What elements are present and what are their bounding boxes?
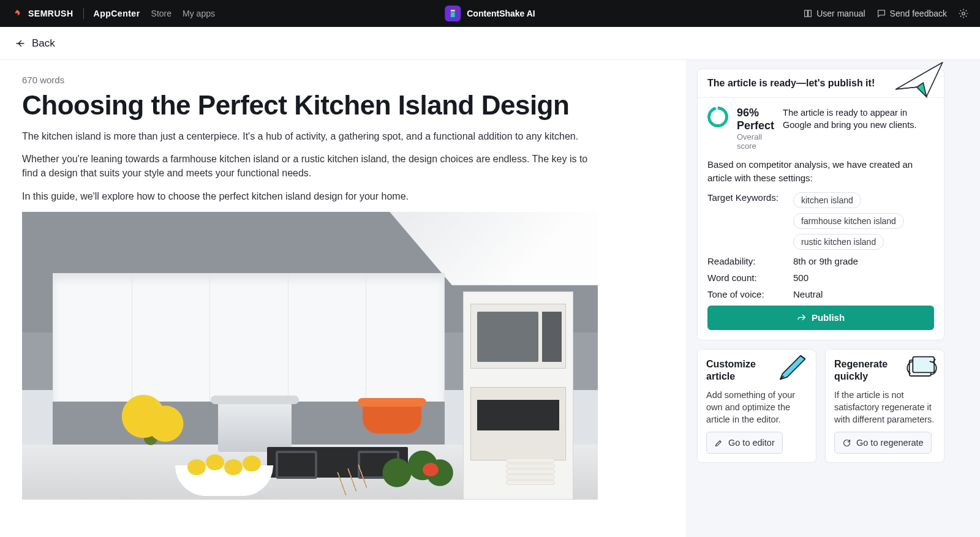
book-icon	[803, 9, 813, 18]
wordcount-value: 500	[793, 272, 809, 283]
brand-separator	[83, 8, 84, 19]
pencil-icon	[777, 355, 811, 383]
settings-icon[interactable]	[958, 8, 969, 19]
readability-label: Readability:	[707, 256, 787, 266]
brand-sub: AppCenter	[94, 9, 140, 18]
svg-point-2	[962, 12, 965, 15]
article-paragraph[interactable]: The kitchen island is more than just a c…	[22, 129, 598, 143]
user-manual-link[interactable]: User manual	[803, 9, 865, 18]
svg-point-0	[15, 13, 18, 16]
pen-icon	[714, 438, 723, 448]
feedback-icon	[876, 9, 886, 18]
send-feedback-label: Send feedback	[890, 9, 947, 18]
keyword-chip[interactable]: kitchen island	[793, 192, 861, 208]
nav-store[interactable]: Store	[151, 9, 172, 18]
back-label: Back	[32, 37, 55, 50]
svg-rect-4	[913, 356, 934, 372]
send-feedback-link[interactable]: Send feedback	[876, 9, 947, 18]
go-to-editor-button[interactable]: Go to editor	[706, 432, 783, 454]
keyword-chips: kitchen island farmhouse kitchen island …	[793, 192, 934, 250]
customize-card: Customize article Add something of your …	[697, 349, 816, 464]
back-button[interactable]: Back	[15, 37, 55, 50]
regenerate-desc: If the article is not satisfactory regen…	[834, 389, 935, 426]
refresh-icon	[842, 438, 851, 448]
score-pct: 96% Perfect	[737, 107, 774, 132]
arrow-left-icon	[15, 38, 26, 49]
ready-title: The article is ready—let's publish it!	[698, 69, 944, 98]
wordcount-label: Word count:	[707, 272, 787, 283]
wordcount: 670 words	[22, 75, 664, 85]
score-ring-icon	[707, 107, 728, 127]
regenerate-title: Regenerate quickly	[834, 358, 908, 383]
svg-rect-1	[451, 10, 455, 12]
keywords-label: Target Keywords:	[707, 192, 787, 203]
publish-label: Publish	[812, 312, 845, 323]
editor-pane: 670 words Choosing the Perfect Kitchen I…	[0, 60, 686, 537]
keyword-chip[interactable]: farmhouse kitchen island	[793, 213, 904, 229]
score-desc: The article is ready to appear in Google…	[783, 107, 934, 132]
user-manual-label: User manual	[816, 9, 865, 18]
product-badge[interactable]: ContentShake AI	[445, 6, 535, 21]
brand-main: SEMRUSH	[28, 9, 74, 18]
article-paragraph[interactable]: Whether you're leaning towards a farmhou…	[22, 152, 598, 180]
article-paragraph[interactable]: In this guide, we'll explore how to choo…	[22, 189, 598, 203]
publish-button[interactable]: Publish	[707, 306, 934, 330]
ready-card: The article is ready—let's publish it! 9…	[697, 69, 944, 340]
go-to-editor-label: Go to editor	[728, 438, 775, 448]
nav-myapps[interactable]: My apps	[183, 9, 215, 18]
go-to-regenerate-button[interactable]: Go to regenerate	[834, 432, 932, 454]
tone-label: Tone of voice:	[707, 289, 787, 299]
article-hero-image	[22, 212, 598, 500]
brand[interactable]: SEMRUSH AppCenter	[11, 8, 140, 19]
main: 670 words Choosing the Perfect Kitchen I…	[0, 60, 980, 537]
score-label: Overall score	[737, 132, 774, 151]
keyword-chip[interactable]: rustic kitchen island	[793, 234, 884, 250]
readability-value: 8th or 9th grade	[793, 256, 858, 266]
semrush-logo-icon	[11, 8, 22, 19]
share-arrow-icon	[797, 313, 807, 323]
article-title[interactable]: Choosing the Perfect Kitchen Island Desi…	[22, 90, 664, 121]
regenerate-card: Regenerate quickly If the article is not…	[825, 349, 944, 464]
regenerate-illustration-icon	[905, 355, 939, 383]
side-panel: The article is ready—let's publish it! 9…	[686, 60, 956, 537]
tone-value: Neutral	[793, 289, 823, 299]
customize-desc: Add something of your own and optimize t…	[706, 389, 807, 426]
backbar: Back	[0, 27, 980, 60]
based-on-text: Based on competitor analysis, we have cr…	[707, 158, 934, 185]
contentshake-icon	[445, 6, 461, 21]
customize-title: Customize article	[706, 358, 780, 383]
topbar: SEMRUSH AppCenter Store My apps ContentS…	[0, 0, 980, 27]
go-to-regenerate-label: Go to regenerate	[856, 438, 924, 448]
product-name: ContentShake AI	[467, 9, 535, 18]
